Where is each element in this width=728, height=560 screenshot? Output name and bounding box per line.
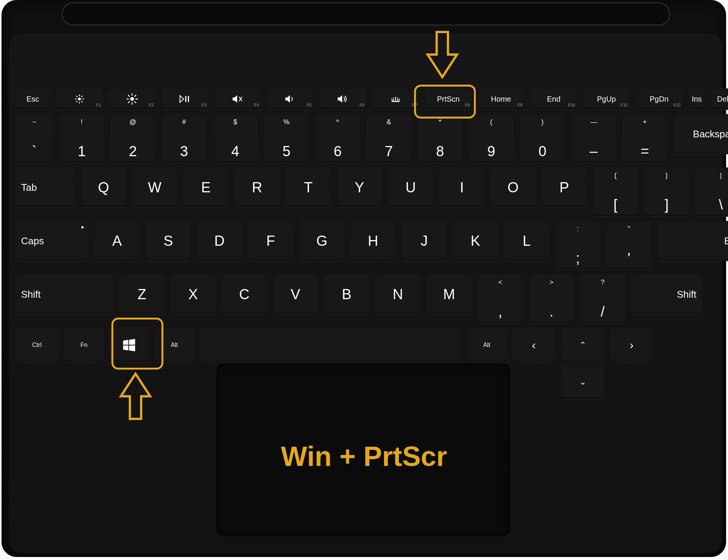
key-right[interactable]: › [609, 328, 654, 362]
key-slash[interactable]: ?/ [579, 274, 626, 323]
key-x[interactable]: X [169, 274, 217, 314]
key-upper-label: ! [81, 119, 82, 125]
key-g[interactable]: G [298, 221, 346, 261]
key-k[interactable]: K [452, 221, 499, 261]
key-n[interactable]: N [374, 274, 422, 314]
key-backtick[interactable]: ~` [14, 114, 54, 163]
key-lower-label: 6 [334, 144, 341, 158]
key-f10[interactable]: EndF10 [529, 88, 578, 110]
key-backslash[interactable]: |\ [694, 167, 728, 216]
key-rbracket[interactable]: }] [643, 167, 690, 216]
key-lower-label: 4 [231, 144, 239, 158]
key-f4[interactable]: F4 [213, 88, 262, 110]
key-comma[interactable]: <, [477, 274, 524, 323]
key-backspace[interactable]: Backspace [672, 114, 728, 154]
key-up[interactable]: ⌃ [560, 328, 605, 362]
key-a[interactable]: A [93, 221, 141, 261]
key-esc[interactable]: Esc [14, 88, 51, 110]
key-del[interactable]: Del [710, 88, 728, 110]
key-z[interactable]: Z [118, 274, 166, 314]
key-r[interactable]: R [233, 167, 281, 207]
key-3[interactable]: #3 [160, 114, 208, 163]
key-5[interactable]: %5 [263, 114, 310, 163]
key-win[interactable] [108, 328, 150, 362]
svg-rect-12 [136, 99, 138, 100]
key-4[interactable]: $4 [212, 114, 259, 163]
key-m[interactable]: M [425, 274, 473, 314]
key-l[interactable]: L [503, 221, 550, 261]
key-u[interactable]: U [387, 167, 434, 207]
svg-rect-14 [132, 102, 133, 105]
key-fn[interactable]: Fn [63, 328, 105, 362]
key-ralt[interactable]: Alt [466, 328, 507, 362]
key-semicolon[interactable]: :; [554, 221, 602, 270]
key-p[interactable]: P [541, 167, 588, 207]
key-b[interactable]: B [323, 274, 370, 314]
key-ctrl[interactable]: Ctrl [14, 328, 59, 362]
key-fn-sublabel: F1 [96, 103, 101, 107]
key-y[interactable]: Y [336, 167, 383, 207]
key-7[interactable]: &7 [365, 114, 413, 163]
key-upper-label: ^ [336, 119, 339, 125]
key-caps[interactable]: Caps [14, 221, 90, 261]
key-f9[interactable]: HomeF9 [477, 88, 525, 110]
key-minus[interactable]: —– [570, 114, 617, 163]
key-fn-sublabel: F12 [673, 103, 681, 107]
key-lbracket[interactable]: {[ [592, 167, 639, 216]
key-f12[interactable]: PgDnF12 [635, 88, 684, 110]
key-d[interactable]: D [196, 221, 243, 261]
key-enter[interactable]: Enter [656, 221, 728, 261]
key-rshift[interactable]: Shift [630, 274, 703, 314]
key-label: Tab [21, 182, 37, 193]
key-down[interactable]: ⌄ [560, 365, 605, 399]
key-label: Fn [81, 342, 88, 348]
key-c[interactable]: C [221, 274, 268, 314]
key-upper-label: | [720, 172, 722, 179]
key-2[interactable]: @2 [109, 114, 157, 163]
key-9[interactable]: (9 [468, 114, 515, 163]
key-f2[interactable]: F2 [108, 88, 157, 110]
svg-rect-3 [82, 99, 84, 99]
key-period[interactable]: >. [528, 274, 575, 323]
key-lower-label: ; [576, 251, 580, 265]
left-arrow-icon: ‹ [532, 339, 536, 352]
key-q[interactable]: Q [80, 167, 127, 207]
key-s[interactable]: S [145, 221, 192, 261]
key-o[interactable]: O [489, 167, 537, 207]
key-f7[interactable]: F7 [371, 88, 420, 110]
key-left[interactable]: ‹ [511, 328, 556, 362]
key-t[interactable]: T [285, 167, 332, 207]
key-v[interactable]: V [272, 274, 319, 314]
key-alt[interactable]: Alt [154, 328, 195, 362]
key-space[interactable] [199, 328, 462, 362]
key-f1[interactable]: F1 [55, 88, 104, 110]
key-upper-label: — [590, 119, 597, 125]
arrow-up-to-windows-icon [119, 372, 152, 421]
key-8[interactable]: *8 [416, 114, 464, 163]
key-0[interactable]: )0 [519, 114, 566, 163]
key-f11[interactable]: PgUpF11 [582, 88, 631, 110]
key-label: P [559, 180, 569, 195]
key-f[interactable]: F [247, 221, 294, 261]
key-f5[interactable]: F5 [266, 88, 315, 110]
trackpad[interactable] [216, 363, 510, 536]
key-1[interactable]: !1 [58, 114, 105, 163]
key-e[interactable]: E [182, 167, 230, 207]
key-quote[interactable]: "' [605, 221, 653, 270]
key-ins[interactable]: Ins [687, 88, 706, 110]
key-6[interactable]: ^6 [314, 114, 361, 163]
key-tab[interactable]: Tab [14, 167, 76, 207]
key-equals[interactable]: += [621, 114, 669, 163]
key-label: U [405, 180, 416, 195]
key-w[interactable]: W [131, 167, 178, 207]
svg-rect-18 [185, 96, 186, 102]
key-h[interactable]: H [349, 221, 397, 261]
key-row: ~`!1@2#3$4%5^6&7*8(9)0—–+=Backspace [14, 114, 714, 163]
key-j[interactable]: J [401, 221, 448, 261]
key-i[interactable]: I [438, 167, 486, 207]
key-upper-label: # [182, 119, 186, 125]
key-lshift[interactable]: Shift [14, 274, 114, 314]
key-f3[interactable]: F3 [160, 88, 209, 110]
key-f6[interactable]: F6 [318, 88, 367, 110]
key-f8[interactable]: PrtScnF8 [424, 88, 473, 110]
